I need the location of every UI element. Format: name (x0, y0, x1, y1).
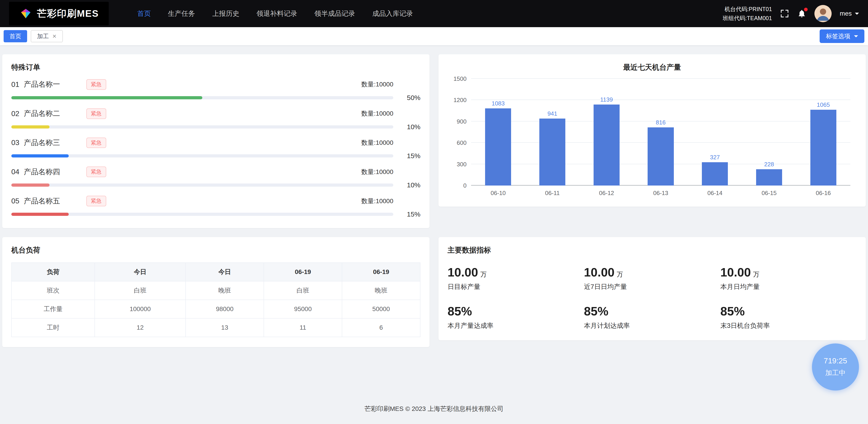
app-title: 芒彩印刷MES (37, 7, 99, 20)
metric-label: 近7日日均产量 (584, 282, 720, 291)
bar-value-label: 228 (764, 161, 774, 168)
metric-item: 85%本月产量达成率 (447, 304, 584, 330)
timer-status: 加工中 (825, 368, 846, 377)
load-cell: 12 (95, 318, 186, 337)
metric-item: 85%末3日机台负荷率 (720, 304, 857, 330)
chart-bar (810, 110, 836, 186)
y-tick-label: 300 (457, 161, 467, 168)
nav-item-5[interactable]: 领半成品记录 (306, 0, 364, 27)
metrics-grid: 10.00万日目标产量10.00万近7日日均产量10.00万本月日均产量85%本… (447, 265, 857, 330)
navbar: 芒彩印刷MES 首页生产任务上报历史领退补料记录领半成品记录成品入库记录 机台代… (0, 0, 868, 27)
progress-percent: 50% (393, 94, 421, 102)
progress-fill (11, 125, 50, 129)
load-cell: 98000 (186, 300, 264, 318)
table-row: 工时1213116 (11, 318, 420, 337)
order-index: 04 (11, 168, 20, 176)
progress-fill (11, 154, 69, 158)
table-row: 班次白班晚班白班晚班 (11, 281, 420, 300)
table-row: 工作量100000980009500050000 (11, 300, 420, 318)
order-index: 02 (11, 110, 20, 118)
metric-item: 10.00万本月日均产量 (720, 265, 857, 291)
chart-bar (702, 162, 728, 186)
nav-item-2[interactable]: 生产任务 (159, 0, 204, 27)
x-axis-label: 06-14 (688, 190, 742, 197)
notification-dot (804, 8, 808, 11)
special-orders-title: 特殊订单 (11, 62, 421, 73)
metric-label: 本月计划达成率 (584, 321, 720, 330)
load-cell: 100000 (95, 300, 186, 318)
metric-label: 本月日均产量 (720, 282, 857, 291)
caret-down-icon (855, 13, 859, 17)
tab-processing[interactable]: 加工 × (31, 30, 63, 42)
main-content: 特殊订单 01产品名称一紧急数量:1000050%02产品名称二紧急数量:100… (0, 45, 868, 396)
metric-item: 85%本月计划达成率 (584, 304, 720, 330)
metric-label: 本月产量达成率 (447, 321, 584, 330)
chart-bar (485, 108, 511, 186)
load-cell: 50000 (342, 300, 420, 318)
progress-bar (11, 125, 393, 129)
load-cell: 晚班 (186, 281, 264, 300)
order-item: 01产品名称一紧急数量:1000050% (11, 79, 421, 102)
progress-bar (11, 213, 393, 216)
y-tick-label: 900 (457, 118, 467, 125)
metric-value: 10.00 (447, 265, 478, 279)
user-menu[interactable]: mes (840, 10, 859, 17)
tab-home[interactable]: 首页 (4, 30, 27, 42)
fullscreen-icon[interactable] (780, 9, 789, 18)
progress-percent: 10% (393, 123, 421, 131)
x-axis-label: 06-10 (471, 190, 525, 197)
user-avatar[interactable] (814, 5, 832, 22)
progress-bar (11, 154, 393, 158)
logo[interactable]: 芒彩印刷MES (9, 2, 109, 25)
chart-bar (756, 169, 782, 186)
load-cell: 11 (264, 318, 342, 337)
load-cell: 工时 (11, 318, 95, 337)
load-column-header: 06-19 (342, 263, 420, 281)
machine-info: 机台代码:PRINT01 班组代码:TEAM001 (723, 4, 772, 23)
urgent-badge: 紧急 (86, 79, 106, 90)
y-tick-label: 0 (463, 182, 467, 189)
special-orders-list: 01产品名称一紧急数量:1000050%02产品名称二紧急数量:1000010%… (11, 79, 421, 218)
metric-label: 日目标产量 (447, 282, 584, 291)
metric-label: 末3日机台负荷率 (720, 321, 857, 330)
metric-unit: 万 (753, 270, 760, 279)
urgent-badge: 紧急 (86, 167, 106, 177)
special-orders-card: 特殊订单 01产品名称一紧急数量:1000050%02产品名称二紧急数量:100… (2, 54, 430, 228)
chart-title: 最近七天机台产量 (447, 62, 857, 73)
order-index: 05 (11, 197, 20, 205)
urgent-badge: 紧急 (86, 138, 106, 148)
progress-percent: 15% (393, 152, 421, 160)
chevron-down-icon (854, 35, 858, 39)
page-footer: 芒彩印刷MES © 2023 上海芒彩信息科技有限公司 (0, 396, 868, 424)
nav-item-4[interactable]: 领退补料记录 (248, 0, 306, 27)
load-cell: 6 (342, 318, 420, 337)
bar-value-label: 816 (656, 119, 665, 126)
x-axis-labels: 06-1006-1106-1206-1306-1406-1506-16 (471, 190, 850, 197)
progress-fill (11, 96, 202, 99)
order-index: 01 (11, 80, 20, 89)
notification-bell-icon[interactable] (797, 9, 806, 18)
tag-options-button[interactable]: 标签选项 (819, 29, 864, 43)
order-index: 03 (11, 139, 20, 147)
nav-item-3[interactable]: 上报历史 (204, 0, 248, 27)
urgent-badge: 紧急 (86, 196, 106, 206)
order-name: 产品名称一 (24, 79, 60, 89)
chart-bar (648, 128, 674, 186)
x-axis-label: 06-12 (579, 190, 633, 197)
load-column-header: 负荷 (11, 263, 95, 281)
bar-value-label: 941 (548, 110, 557, 117)
load-cell: 晚班 (342, 281, 420, 300)
nav-item-1[interactable]: 首页 (129, 0, 159, 27)
close-tab-icon[interactable]: × (53, 33, 57, 39)
bar-value-label: 1083 (492, 100, 505, 107)
chart-bars: 108394111398163272281065 (471, 79, 850, 186)
order-item: 05产品名称五紧急数量:1000015% (11, 196, 421, 218)
navbar-right: 机台代码:PRINT01 班组代码:TEAM001 mes (723, 4, 859, 23)
chart-bar (539, 118, 565, 186)
nav-item-6[interactable]: 成品入库记录 (364, 0, 422, 27)
key-metrics-card: 主要数据指标 10.00万日目标产量10.00万近7日日均产量10.00万本月日… (438, 237, 866, 340)
load-cell: 白班 (95, 281, 186, 300)
progress-fill (11, 213, 69, 216)
production-chart-card: 最近七天机台产量 0300600900120015001083941113981… (438, 54, 866, 206)
processing-timer[interactable]: 719:25 加工中 (812, 343, 859, 391)
